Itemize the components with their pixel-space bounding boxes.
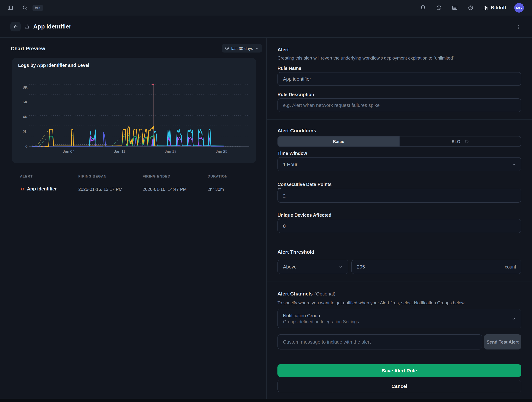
- time-window-select[interactable]: 1 Hour: [278, 157, 521, 171]
- changelog-button[interactable]: [450, 3, 460, 13]
- rule-description-label: Rule Description: [278, 92, 314, 97]
- svg-text:0: 0: [25, 144, 27, 149]
- cancel-button[interactable]: Cancel: [278, 380, 521, 392]
- row-firing-began: 2026-01-16, 13:17 PM: [78, 187, 122, 192]
- column-header-ended: FIRING ENDED: [143, 174, 171, 178]
- arrow-left-icon: [13, 24, 18, 29]
- history-button[interactable]: [434, 3, 444, 13]
- svg-text:6K: 6K: [23, 100, 27, 104]
- bell-icon: [420, 5, 426, 11]
- row-firing-ended: 2026-01-16, 14:47 PM: [143, 187, 187, 192]
- alert-form-panel: Alert Creating this alert will revert th…: [266, 37, 532, 399]
- notification-group-label: Notification Group: [283, 313, 512, 318]
- search-button[interactable]: [20, 3, 30, 13]
- threshold-comparator-value: Above: [283, 264, 339, 270]
- chevron-down-icon: [512, 162, 516, 166]
- column-header-alert: ALERT: [20, 174, 33, 178]
- consecutive-data-points-text: Consecutive Data Points: [278, 182, 332, 187]
- column-header-duration: DURATION: [208, 174, 228, 178]
- svg-text:4K: 4K: [23, 115, 27, 119]
- logs-by-app-identifier-chart[interactable]: 02K4K6K8KJan 04Jan 11Jan 18Jan 25: [12, 58, 256, 163]
- time-range-select[interactable]: last 30 days: [222, 44, 262, 52]
- divider: [267, 119, 532, 120]
- threshold-value-input[interactable]: [351, 260, 521, 274]
- consecutive-data-points-input[interactable]: [278, 189, 521, 203]
- divider: [267, 241, 532, 241]
- time-window-label: Time Window: [278, 151, 307, 156]
- tab-slo[interactable]: SLO: [399, 136, 521, 146]
- chart-preview-heading: Chart Preview: [11, 45, 45, 52]
- building-icon: [483, 5, 488, 11]
- svg-text:Jan 11: Jan 11: [114, 149, 126, 154]
- divider: [267, 281, 532, 281]
- save-alert-rule-button[interactable]: Save Alert Rule: [278, 364, 521, 377]
- app-window: ⌘K Bitdrift MG App identifier: [0, 0, 532, 402]
- svg-text:Jan 18: Jan 18: [165, 149, 176, 154]
- table-row[interactable]: App identifier 2026-01-16, 13:17 PM 2026…: [20, 186, 256, 193]
- chevron-down-icon: [255, 47, 259, 50]
- help-button[interactable]: [466, 3, 476, 13]
- alert-conditions-heading: Alert Conditions: [278, 128, 316, 134]
- sidebar-toggle-button[interactable]: [5, 3, 16, 13]
- custom-message-input[interactable]: [278, 334, 482, 350]
- kebab-icon: [515, 24, 521, 30]
- alert-channels-heading: Alert Channels (Optional): [278, 290, 336, 297]
- row-alert-name: App identifier: [27, 186, 57, 192]
- rule-name-label: Rule Name: [278, 66, 301, 71]
- row-duration: 2hr 30m: [208, 187, 224, 192]
- notification-group-texts: Notification Group Groups defined on Int…: [283, 313, 512, 324]
- conditions-tabs: Basic SLO: [278, 136, 521, 147]
- more-menu-button[interactable]: [513, 22, 523, 32]
- notification-group-sublabel: Groups defined on Integration Settings: [283, 319, 512, 324]
- logs-chart-card: Logs by App Identifier and Level 02K4K6K…: [12, 58, 256, 163]
- chevron-down-icon: [339, 265, 343, 269]
- alert-section-description: Creating this alert will revert the unde…: [278, 55, 521, 61]
- alert-channels-text: Alert Channels: [278, 291, 313, 297]
- send-test-alert-button[interactable]: Send Test Alert: [484, 334, 521, 350]
- tab-slo-label: SLO: [452, 139, 460, 144]
- alert-siren-icon: [24, 23, 30, 30]
- svg-text:8K: 8K: [23, 85, 27, 89]
- back-button[interactable]: [10, 22, 21, 32]
- alert-section-heading: Alert: [278, 47, 289, 52]
- help-icon: [468, 5, 474, 11]
- chevron-down-icon: [512, 317, 516, 321]
- time-range-label: last 30 days: [231, 46, 253, 51]
- changelog-icon: [452, 5, 458, 11]
- unique-devices-text: Unique Devices Affected: [278, 213, 331, 218]
- svg-text:Jan 04: Jan 04: [63, 149, 75, 154]
- alert-channels-optional: (Optional): [314, 291, 335, 297]
- info-icon: [465, 139, 469, 143]
- rule-description-input[interactable]: [278, 98, 521, 112]
- svg-text:2K: 2K: [23, 130, 27, 134]
- notification-group-select[interactable]: Notification Group Groups defined on Int…: [278, 309, 521, 328]
- bottom-edge-strip: [0, 399, 532, 402]
- search-icon: [22, 5, 28, 11]
- notifications-button[interactable]: [418, 3, 428, 13]
- page-title: App identifier: [33, 23, 71, 30]
- top-bar: ⌘K Bitdrift MG: [0, 0, 532, 16]
- unique-devices-input[interactable]: [278, 219, 521, 233]
- user-menu-button[interactable]: MG: [512, 3, 526, 13]
- chart-preview-panel: Chart Preview last 30 days Logs by App I…: [0, 37, 266, 399]
- org-name: Bitdrift: [491, 5, 506, 10]
- threshold-unit: count: [505, 260, 516, 274]
- tab-basic[interactable]: Basic: [278, 136, 399, 146]
- alert-channels-description: To specify where you want to get notifie…: [278, 300, 521, 305]
- column-header-began: FIRING BEGAN: [78, 174, 107, 178]
- tab-basic-label: Basic: [333, 139, 344, 144]
- page-header: App identifier: [0, 16, 532, 38]
- panel-left-icon: [7, 5, 13, 11]
- org-switcher[interactable]: Bitdrift: [481, 3, 508, 13]
- threshold-comparator-select[interactable]: Above: [278, 260, 348, 274]
- clock-icon: [436, 5, 442, 11]
- avatar: MG: [514, 3, 524, 13]
- alert-threshold-heading: Alert Threshold: [278, 249, 314, 255]
- rule-name-input[interactable]: [278, 72, 521, 86]
- search-shortcut-badge: ⌘K: [32, 5, 43, 11]
- time-window-value: 1 Hour: [283, 162, 512, 167]
- svg-text:Jan 25: Jan 25: [216, 149, 227, 154]
- alert-siren-icon-red: [20, 186, 25, 191]
- clock-icon: [225, 46, 229, 50]
